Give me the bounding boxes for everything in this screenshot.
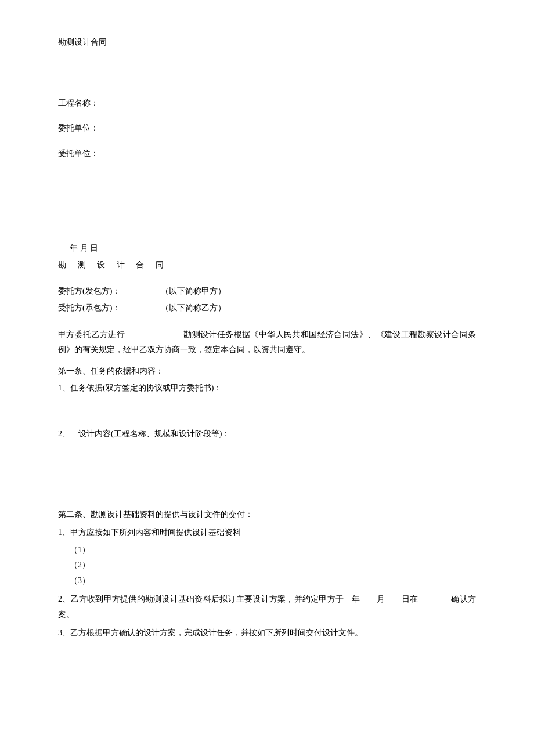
chapter1-title-text: 第一条、任务的依据和内容： [58, 367, 164, 375]
party-b-line: 受托方(承包方)： （以下简称乙方） [58, 301, 476, 315]
party-container: 委托方(发包方)： （以下简称甲方） 受托方(承包方)： （以下简称乙方） [58, 284, 476, 315]
project-info: 工程名称： 委托单位： 受托单位： [58, 96, 476, 161]
item4-text: 2、乙方收到甲方提供的勘测设计基础资料后拟订主要设计方案，并约定甲方于 年 月 … [58, 592, 476, 623]
sub-item-3-text: （3） [70, 576, 90, 585]
item3-title-text: 1、甲方应按如下所列内容和时间提供设计基础资料 [58, 528, 241, 537]
main-title-text: 勘 测 设 计 合 同 [58, 261, 168, 269]
page-container: 勘测设计合同 工程名称： 委托单位： 受托单位： 年 月 日 勘 测 设 计 合… [0, 0, 534, 756]
item1-title-text: 1、任务依据(双方签定的协议或甲方委托书)： [58, 384, 222, 392]
party-a-note: （以下简称甲方） [161, 284, 226, 298]
date-line: 年 月 日 [58, 241, 476, 255]
item3-title: 1、甲方应按如下所列内容和时间提供设计基础资料 [58, 525, 476, 540]
chapter1-title: 第一条、任务的依据和内容： [58, 364, 476, 378]
entrusted-line: 受托单位： [58, 146, 476, 161]
item5-text: 3、乙方根据甲方确认的设计方案，完成设计任务，并按如下所列时间交付设计文件。 [58, 625, 476, 641]
spacer-3 [58, 443, 476, 490]
blank-lines-1 [58, 397, 476, 426]
item4-text-content: 2、乙方收到甲方提供的勘测设计基础资料后拟订主要设计方案，并约定甲方于 年 月 … [58, 595, 476, 619]
intro-paragraph: 甲方委托乙方进行 勘测设计任务根据《中华人民共和国经济合同法》、《建设工程勘察设… [58, 327, 476, 358]
item1-title: 1、任务依据(双方签定的协议或甲方委托书)： [58, 381, 476, 395]
chapter2-title: 第二条、勘测设计基础资料的提供与设计文件的交付： [58, 507, 476, 522]
date-text: 年 月 日 [70, 244, 98, 252]
project-name-line: 工程名称： [58, 96, 476, 110]
item5-text-content: 3、乙方根据甲方确认的设计方案，完成设计任务，并按如下所列时间交付设计文件。 [58, 628, 363, 637]
party-a-label: 委托方(发包方)： [58, 284, 134, 298]
document-content: 勘测设计合同 工程名称： 委托单位： 受托单位： 年 月 日 勘 测 设 计 合… [58, 35, 476, 641]
sub-item-3: （3） [58, 573, 476, 589]
item2-title-text: 2、 设计内容(工程名称、规模和设计阶段等)： [58, 429, 230, 438]
entrusted-label: 受托单位： [58, 149, 99, 158]
party-a-line: 委托方(发包方)： （以下简称甲方） [58, 284, 476, 298]
title-top-text: 勘测设计合同 [58, 38, 107, 46]
sub-item-2: （2） [58, 558, 476, 573]
spacer-1 [58, 171, 476, 218]
main-title: 勘 测 设 计 合 同 [58, 258, 476, 272]
bottom-section: 第二条、勘测设计基础资料的提供与设计文件的交付： 1、甲方应按如下所列内容和时间… [58, 507, 476, 641]
item2-title: 2、 设计内容(工程名称、规模和设计阶段等)： [58, 426, 476, 441]
sub-item-1-text: （1） [70, 545, 90, 554]
chapter2-title-text: 第二条、勘测设计基础资料的提供与设计文件的交付： [58, 510, 253, 519]
sub-item-2-text: （2） [70, 560, 90, 569]
title-top: 勘测设计合同 [58, 35, 476, 49]
spacer-2 [58, 218, 476, 241]
entrust-label: 委托单位： [58, 124, 99, 132]
entrust-line: 委托单位： [58, 121, 476, 135]
party-b-label: 受托方(承包方)： [58, 301, 134, 315]
intro-text: 甲方委托乙方进行 勘测设计任务根据《中华人民共和国经济合同法》、《建设工程勘察设… [58, 330, 476, 355]
project-label: 工程名称： [58, 99, 99, 107]
party-b-note: （以下简称乙方） [161, 301, 226, 315]
sub-item-1: （1） [58, 542, 476, 558]
